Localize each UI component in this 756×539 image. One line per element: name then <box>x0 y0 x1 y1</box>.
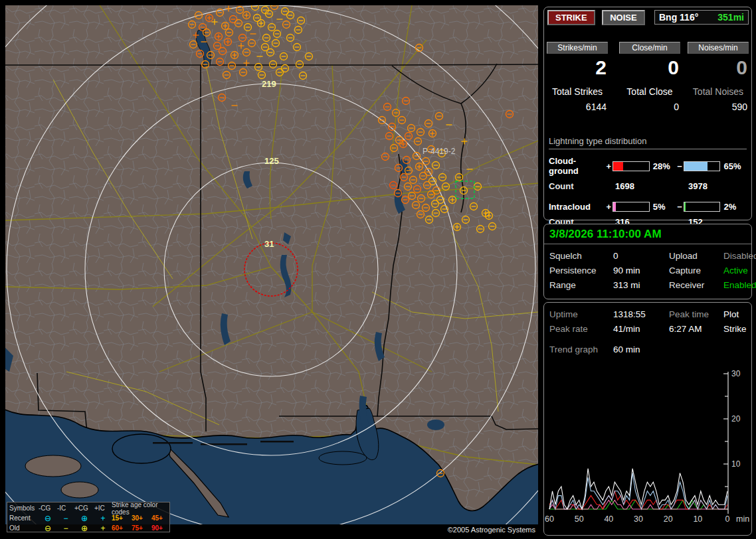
strike-stats-panel: STRIKE NOISE Bng 116° 351mi Strikes/min … <box>543 7 752 220</box>
legend-row-old-label: Old <box>9 524 39 532</box>
ring-label-125: 125 <box>264 156 279 166</box>
count-label: Count <box>549 181 615 191</box>
lightning-map[interactable]: 31321912531 P-4419-2 <box>5 5 538 524</box>
distribution-title: Lightning type distribution <box>549 136 747 149</box>
range-value: 313 mi <box>613 280 669 290</box>
age-45: 45+ <box>151 514 171 522</box>
svg-text:20: 20 <box>731 414 741 424</box>
receiver-label: Receiver <box>669 280 723 290</box>
minus-sign: − <box>676 202 684 212</box>
ring-label-219: 219 <box>262 79 276 89</box>
circle-minus-icon: ⊖ <box>39 525 57 532</box>
plot-label: Plot <box>723 309 747 319</box>
intracloud-label: Intracloud <box>549 202 605 212</box>
ic-pos-bar <box>613 202 650 212</box>
age-60: 60+ <box>112 524 132 532</box>
persistence-value: 90 min <box>613 266 669 275</box>
circle-plus-icon: ⊕ <box>74 515 94 522</box>
noises-per-min-chip[interactable]: Noises/min <box>688 42 749 54</box>
legend-col-symbols: Symbols <box>9 504 39 512</box>
legend-col-pcg: +CG <box>74 504 94 512</box>
ring-label-31: 31 <box>264 239 274 249</box>
squelch-value: 0 <box>613 251 669 261</box>
close-per-min-value: 0 <box>619 56 680 79</box>
age-90: 90+ <box>151 524 171 532</box>
uptime-label: Uptime <box>549 309 613 319</box>
trend-graph-label: Trend graph <box>549 345 613 354</box>
close-column: Close/min 0 Total Close 0 <box>619 42 680 112</box>
status-panel: 3/8/2026 11:10:00 AM Squelch 0 Upload Di… <box>543 224 752 299</box>
total-close-label: Total Close <box>619 86 680 97</box>
peak-time-value: 6:27 AM <box>669 324 723 334</box>
cloud-ground-label: Cloud-ground <box>549 156 605 176</box>
trend-graph-row: Trend graph 60 min <box>544 334 751 354</box>
plus-sign: + <box>605 202 613 212</box>
svg-text:min: min <box>736 514 749 524</box>
total-strikes-value: 6144 <box>547 102 608 112</box>
legend-row-recent-label: Recent <box>9 514 39 522</box>
plus-icon: + <box>94 515 112 522</box>
uptime-value: 1318:55 <box>613 309 669 319</box>
range-label: Range <box>549 280 613 290</box>
svg-text:60: 60 <box>545 514 554 524</box>
ic-neg-pct: 2% <box>723 202 747 212</box>
strikes-column: Strikes/min 2 Total Strikes 6144 <box>547 42 608 112</box>
svg-text:10: 10 <box>693 514 702 524</box>
plus-sign: + <box>605 161 613 171</box>
legend-age-header: Strike age color codes <box>112 501 171 516</box>
app-window: { "map": { "copyright": "©2005 Astrogeni… <box>0 0 756 539</box>
total-strikes-label: Total Strikes <box>547 86 608 97</box>
strikes-per-min-chip[interactable]: Strikes/min <box>547 42 608 54</box>
noise-button[interactable]: NOISE <box>602 10 644 25</box>
total-close-value: 0 <box>619 102 680 112</box>
upload-label: Upload <box>669 251 723 261</box>
close-per-min-chip[interactable]: Close/min <box>619 42 680 54</box>
svg-text:10: 10 <box>731 459 741 469</box>
total-noises-value: 590 <box>688 102 749 112</box>
svg-text:20: 20 <box>664 514 673 524</box>
minus-icon: − <box>57 515 74 522</box>
strike-button[interactable]: STRIKE <box>547 10 595 25</box>
peak-rate-label: Peak rate <box>549 324 613 334</box>
bearing-distance: 351mi <box>717 12 744 23</box>
symbol-legend: Symbols -CG -IC +CG +IC Strike age color… <box>7 502 170 532</box>
age-30: 30+ <box>132 514 151 522</box>
svg-text:30: 30 <box>634 514 643 524</box>
legend-col-ncg: -CG <box>39 504 57 512</box>
trend-window-value: 60 min <box>613 345 746 354</box>
map-area[interactable]: 31321912531 P-4419-2 ©2005 Astrogenic Sy… <box>5 5 538 535</box>
legend-col-nic: -IC <box>57 504 74 512</box>
age-15: 15+ <box>112 514 132 522</box>
svg-text:30: 30 <box>731 369 741 378</box>
cg-pos-bar <box>613 161 650 171</box>
trend-panel: Uptime 1318:55 Peak time Plot Peak rate … <box>543 302 752 536</box>
persistence-label: Persistence <box>549 266 613 275</box>
capture-value: Active <box>723 266 756 275</box>
bearing-box: Bng 116° 351mi <box>654 10 749 25</box>
minus-icon: − <box>57 525 74 532</box>
cg-neg-bar <box>684 161 721 171</box>
circle-minus-icon: ⊖ <box>39 515 57 522</box>
timestamp: 3/8/2026 11:10:00 AM <box>544 224 751 244</box>
cg-pos-pct: 28% <box>653 161 676 171</box>
upload-value: Disabled <box>723 251 756 261</box>
cg-neg-count: 3978 <box>688 181 708 191</box>
road-label: P-4419-2 <box>423 147 456 156</box>
copyright-text: ©2005 Astrogenic Systems <box>448 526 538 534</box>
total-noises-label: Total Noises <box>688 86 749 97</box>
minus-sign: − <box>676 161 684 171</box>
receiver-value: Enabled <box>723 280 756 290</box>
capture-label: Capture <box>669 266 723 275</box>
legend-col-pic: +IC <box>94 504 112 512</box>
lightning-distribution: Lightning type distribution Cloud-ground… <box>549 136 747 227</box>
squelch-label: Squelch <box>549 251 613 261</box>
noises-column: Noises/min 0 Total Noises 590 <box>688 42 749 112</box>
strikes-per-min-value: 2 <box>547 56 608 79</box>
svg-text:50: 50 <box>575 514 584 524</box>
age-75: 75+ <box>132 524 151 532</box>
plus-icon: + <box>94 525 112 532</box>
svg-text:40: 40 <box>604 514 613 524</box>
plot-mode-value: Strike <box>723 324 747 334</box>
cg-neg-pct: 65% <box>723 161 747 171</box>
trend-graph: 1020306050403020100min <box>545 366 749 534</box>
